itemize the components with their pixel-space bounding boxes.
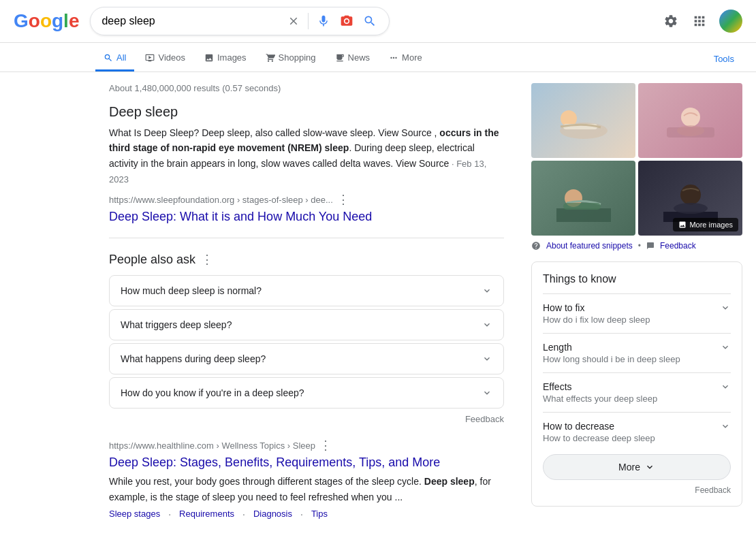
search-input[interactable]: deep sleep <box>101 15 281 27</box>
result-2-source: https://www.healthline.com › Wellness To… <box>109 438 504 453</box>
divider-1 <box>109 238 504 238</box>
logo-g: G <box>14 10 29 32</box>
dot-sep-2: · <box>242 509 245 519</box>
nav-all-label: All <box>116 52 126 63</box>
voice-search-button[interactable] <box>315 13 332 29</box>
feedback-icon <box>646 242 655 250</box>
about-featured-snippets-link[interactable]: About featured snippets <box>546 241 633 251</box>
logo-e: e <box>69 10 80 32</box>
paa-options-icon[interactable]: ⋮ <box>201 252 213 267</box>
ttk-item-decrease[interactable]: How to decrease How to decrease deep sle… <box>543 412 731 451</box>
result-link-requirements[interactable]: Requirements <box>179 509 234 519</box>
image-cell-2[interactable] <box>638 83 742 158</box>
sleep-image-3 <box>531 161 635 236</box>
paa-feedback[interactable]: Feedback <box>109 414 504 424</box>
result-2-title[interactable]: Deep Sleep: Stages, Benefits, Requiremen… <box>109 455 440 469</box>
header: Google deep sleep <box>0 0 756 43</box>
image-search-button[interactable] <box>338 13 355 29</box>
things-to-know-box: Things to know How to fix How do i fix l… <box>531 261 742 507</box>
clear-button[interactable] <box>286 14 301 29</box>
image-cell-1[interactable] <box>531 83 635 158</box>
nav-item-news[interactable]: News <box>327 46 379 71</box>
paa-question-3: What happens during deep sleep? <box>121 353 266 364</box>
apps-button[interactable] <box>691 12 708 30</box>
featured-result-link[interactable]: Deep Sleep: What it is and How Much You … <box>109 210 372 223</box>
paa-item-3[interactable]: What happens during deep sleep? <box>109 343 504 374</box>
nav-images-label: Images <box>217 52 247 63</box>
result-link-sleep-stages[interactable]: Sleep stages <box>109 509 160 519</box>
ttk-chevron-4 <box>720 421 731 432</box>
news-icon <box>335 53 345 63</box>
ttk-more-button[interactable]: More <box>543 454 731 480</box>
image-cell-4[interactable]: More images <box>638 161 742 236</box>
nav-news-label: News <box>348 52 371 63</box>
results-count: About 1,480,000,000 results (0.57 second… <box>109 83 504 93</box>
result-2-options-icon[interactable]: ⋮ <box>319 438 332 453</box>
ttk-sub-1: How do i fix low deep sleep <box>543 315 650 325</box>
more-images-label: More images <box>689 221 733 229</box>
nav-item-images[interactable]: Images <box>196 46 255 71</box>
settings-button[interactable] <box>662 12 680 30</box>
ttk-title: Things to know <box>543 273 731 285</box>
chevron-down-icon <box>482 285 492 296</box>
chevron-down-icon-3 <box>482 353 492 364</box>
snippet-body: What Is Deep Sleep? Deep sleep, also cal… <box>109 125 504 187</box>
help-icon <box>531 241 541 251</box>
search-icon <box>363 14 377 28</box>
ttk-item-effects[interactable]: Effects What effects your deep sleep <box>543 372 731 412</box>
search-icons <box>286 13 378 29</box>
nav-item-videos[interactable]: Videos <box>137 46 193 71</box>
header-right <box>662 10 742 33</box>
paa-header: People also ask ⋮ <box>109 252 504 267</box>
result-link-diagnosis[interactable]: Diagnosis <box>253 509 292 519</box>
sleep-image-2 <box>638 83 742 158</box>
svg-point-6 <box>677 125 704 136</box>
avatar[interactable] <box>719 10 742 33</box>
google-logo[interactable]: Google <box>14 10 79 32</box>
result-link-tips[interactable]: Tips <box>311 509 328 519</box>
nav-item-all[interactable]: All <box>95 46 134 71</box>
ttk-main-3: Effects <box>543 381 657 392</box>
dot-sep-3: · <box>300 509 303 519</box>
right-column: More images About featured snippets • Fe… <box>531 83 742 519</box>
image-icon <box>204 53 214 63</box>
logo-o2: o <box>40 10 52 32</box>
google-search-button[interactable] <box>362 13 378 29</box>
image-grid: More images <box>531 83 742 236</box>
sleeping-person-1 <box>556 97 611 144</box>
ttk-item-length[interactable]: Length How long should i be in deep slee… <box>543 333 731 372</box>
video-icon <box>145 53 155 63</box>
ttk-feedback[interactable]: Feedback <box>543 485 731 495</box>
sleeping-person-3 <box>556 174 611 222</box>
chevron-down-icon-2 <box>482 319 492 330</box>
paa-question-2: What triggers deep sleep? <box>121 319 232 330</box>
ttk-main-1: How to fix <box>543 302 650 313</box>
sleeping-person-4 <box>663 174 718 222</box>
paa-item-4[interactable]: How do you know if you're in a deep slee… <box>109 377 504 409</box>
featured-snippet: Deep sleep What Is Deep Sleep? Deep slee… <box>109 104 504 224</box>
ttk-item-how-to-fix[interactable]: How to fix How do i fix low deep sleep <box>543 293 731 333</box>
tools-button[interactable]: Tools <box>706 47 742 71</box>
search-nav: All Videos Images Shopping News More Too… <box>0 43 756 72</box>
svg-rect-7 <box>556 208 611 222</box>
ttk-sub-4: How to decrease deep sleep <box>543 433 655 443</box>
svg-point-11 <box>680 185 701 205</box>
nav-item-shopping[interactable]: Shopping <box>257 46 324 71</box>
result-options-icon[interactable]: ⋮ <box>337 192 349 207</box>
result-2-url: https://www.healthline.com › Wellness To… <box>109 441 315 451</box>
ttk-chevron-2 <box>720 342 731 353</box>
paa-item-1[interactable]: How much deep sleep is normal? <box>109 275 504 306</box>
paa-title: People also ask <box>109 253 195 267</box>
ttk-more-chevron-icon <box>644 462 655 473</box>
main-content: About 1,480,000,000 results (0.57 second… <box>0 72 756 530</box>
nav-item-more[interactable]: More <box>381 46 430 71</box>
image-cell-3[interactable] <box>531 161 635 236</box>
microphone-icon <box>317 14 330 28</box>
camera-icon <box>340 14 353 28</box>
ttk-sub-3: What effects your deep sleep <box>543 394 657 404</box>
snippet-feedback-link[interactable]: Feedback <box>660 241 696 251</box>
paa-question-1: How much deep sleep is normal? <box>121 285 262 296</box>
paa-item-2[interactable]: What triggers deep sleep? <box>109 309 504 340</box>
more-images-button[interactable]: More images <box>673 218 738 231</box>
gear-icon <box>663 14 678 29</box>
